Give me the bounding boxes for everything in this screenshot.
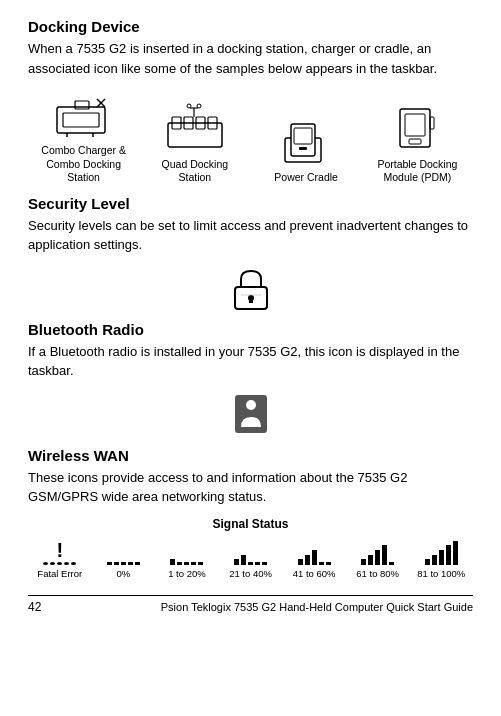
power-cradle-icon <box>276 115 336 167</box>
svg-rect-26 <box>249 298 253 303</box>
wireless-heading: Wireless WAN <box>28 447 473 464</box>
svg-rect-7 <box>168 123 222 147</box>
security-heading: Security Level <box>28 195 473 212</box>
combo-charger-icon <box>54 88 114 140</box>
signal-20-bars <box>170 537 203 565</box>
signal-80: 61 to 80% <box>346 537 410 579</box>
docking-device-section: Docking Device When a 7535 G2 is inserte… <box>28 18 473 185</box>
svg-rect-22 <box>409 139 421 144</box>
bluetooth-icon-container <box>28 391 473 437</box>
signal-section: Signal Status ! Fatal Error <box>28 517 473 579</box>
signal-60: 41 to 60% <box>282 537 346 579</box>
page-number: 42 <box>28 600 41 614</box>
security-icon <box>227 265 275 311</box>
bluetooth-heading: Bluetooth Radio <box>28 321 473 338</box>
signal-fatal: ! Fatal Error <box>28 540 92 579</box>
signal-20-label: 1 to 20% <box>168 568 206 579</box>
bluetooth-icon <box>225 391 277 437</box>
svg-rect-17 <box>291 124 315 156</box>
svg-rect-0 <box>57 107 105 133</box>
bluetooth-section: Bluetooth Radio If a Bluetooth radio is … <box>28 321 473 437</box>
signal-row: ! Fatal Error <box>28 537 473 579</box>
portable-docking-icon <box>387 102 447 154</box>
combo-charger-item: Combo Charger & Combo Docking Station <box>39 88 129 185</box>
quad-docking-item: Quad Docking Station <box>150 102 240 185</box>
signal-status-title: Signal Status <box>28 517 473 531</box>
combo-charger-label: Combo Charger & Combo Docking Station <box>39 144 129 185</box>
svg-point-29 <box>246 400 256 410</box>
docking-intro: When a 7535 G2 is inserted in a docking … <box>28 39 473 78</box>
signal-40: 21 to 40% <box>219 537 283 579</box>
wireless-wan-section: Wireless WAN These icons provide access … <box>28 447 473 579</box>
power-cradle-item: Power Cradle <box>261 115 351 185</box>
signal-fatal-label: Fatal Error <box>37 568 82 579</box>
signal-0-label: 0% <box>117 568 131 579</box>
page-footer: 42 Psion Teklogix 7535 G2 Hand-Held Comp… <box>28 595 473 614</box>
security-icon-container <box>28 265 473 311</box>
signal-0-bars <box>107 537 140 565</box>
quad-docking-icon <box>165 102 225 154</box>
wireless-body: These icons provide access to and inform… <box>28 468 473 507</box>
svg-rect-19 <box>299 147 307 150</box>
footer-title: Psion Teklogix 7535 G2 Hand-Held Compute… <box>161 601 473 613</box>
signal-60-bars <box>298 537 331 565</box>
fatal-error-icon: ! <box>43 540 76 565</box>
signal-100-bars <box>425 537 458 565</box>
signal-40-label: 21 to 40% <box>229 568 272 579</box>
svg-rect-1 <box>63 113 99 127</box>
docking-icons-row: Combo Charger & Combo Docking Station <box>28 88 473 185</box>
signal-60-label: 41 to 60% <box>293 568 336 579</box>
signal-0: 0% <box>92 537 156 579</box>
signal-100: 81 to 100% <box>409 537 473 579</box>
security-level-section: Security Level Security levels can be se… <box>28 195 473 311</box>
signal-80-label: 61 to 80% <box>356 568 399 579</box>
svg-rect-21 <box>405 114 425 136</box>
signal-80-bars <box>361 537 394 565</box>
quad-docking-label: Quad Docking Station <box>150 158 240 185</box>
svg-point-15 <box>197 104 201 108</box>
security-body: Security levels can be set to limit acce… <box>28 216 473 255</box>
svg-point-14 <box>187 104 191 108</box>
bluetooth-body: If a Bluetooth radio is installed in you… <box>28 342 473 381</box>
portable-docking-item: Portable Docking Module (PDM) <box>372 102 462 185</box>
section-heading-docking: Docking Device <box>28 18 473 35</box>
signal-40-bars <box>234 537 267 565</box>
svg-rect-2 <box>75 101 89 109</box>
signal-20: 1 to 20% <box>155 537 219 579</box>
signal-100-label: 81 to 100% <box>417 568 465 579</box>
portable-docking-label: Portable Docking Module (PDM) <box>372 158 462 185</box>
power-cradle-label: Power Cradle <box>274 171 338 185</box>
